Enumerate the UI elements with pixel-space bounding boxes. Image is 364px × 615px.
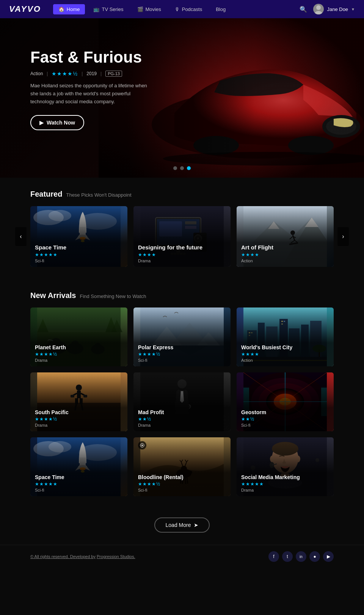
arrival-card-title-bloodline: Bloodline (Rental)	[138, 474, 226, 480]
hero-dot-2[interactable]	[180, 166, 184, 170]
featured-header: Featured These Picks Won't Disappoint	[30, 190, 334, 199]
featured-card-content-designing: Designing for the future ★★★★ Drama	[138, 244, 226, 263]
hero-section: Fast & Furious Action | ★★★★½ | 2019 | P…	[0, 18, 364, 178]
arrival-card-stars-geostorm: ★★½	[241, 416, 329, 422]
nav-logo[interactable]: VAYVO	[9, 4, 41, 14]
arrival-card-south-pacific[interactable]: South Pacific ★★★★½ Drama	[30, 372, 127, 431]
arrival-card-worlds-busiest-city[interactable]: World's Busiest City ★★★★ Action	[237, 308, 334, 366]
svg-point-0	[316, 5, 321, 10]
user-menu[interactable]: Jane Doe ▼	[313, 4, 355, 14]
arrival-card-stars-social-media-marketing: ★★★★★	[241, 481, 329, 487]
home-icon: 🏠	[58, 6, 64, 12]
search-icon[interactable]: 🔍	[300, 6, 307, 13]
movies-icon: 🎬	[137, 6, 143, 12]
arrival-card-stars-south-pacific: ★★★★½	[35, 416, 123, 422]
featured-card-title-art-of-flight: Art of Flight	[241, 244, 329, 251]
podcasts-icon: 🎙	[175, 6, 180, 12]
arrival-card-title-space-time-2: Space Time	[35, 474, 123, 480]
facebook-icon[interactable]: f	[268, 551, 279, 562]
arrival-card-mad-profit[interactable]: Mad Profit ★★½ Drama	[133, 372, 231, 431]
arrival-card-genre-mad-profit: Drama	[138, 423, 226, 427]
arrival-card-polar-express[interactable]: Polar Express ★★★★½ Sci-fi	[133, 308, 231, 366]
hero-year: 2019	[86, 71, 97, 76]
twitter-icon[interactable]: t	[282, 551, 293, 562]
arrival-card-stars-space-time-2: ★★★★★	[35, 481, 123, 487]
arrival-card-genre-social-media-marketing: Drama	[241, 488, 329, 492]
hero-dot-3[interactable]	[187, 166, 191, 170]
arrival-card-social-media-marketing[interactable]: Social Media Marketing ★★★★★ Drama	[237, 437, 334, 496]
arrival-card-space-time-2[interactable]: Space Time ★★★★★ Sci-fi	[30, 437, 127, 496]
footer-company[interactable]: Progression Studios.	[97, 554, 135, 559]
load-more-container: Load More ➤	[0, 508, 364, 545]
arrival-card-title-social-media-marketing: Social Media Marketing	[241, 474, 329, 480]
featured-card-art-of-flight[interactable]: Art of Flight ★★★★ Action	[237, 206, 334, 267]
new-arrivals-subtitle: Find Something New to Watch	[80, 293, 146, 299]
arrival-card-genre-geostorm: Sci-fi	[241, 423, 329, 427]
nav-tv-series[interactable]: 📺 TV Series	[88, 4, 129, 14]
featured-card-title-space-time: Space Time	[35, 244, 123, 251]
arrival-card-geostorm[interactable]: Geostorm ★★½ Sci-fi	[237, 372, 334, 431]
footer: © All rights reserved. Developed by Prog…	[0, 545, 364, 568]
hero-dots	[173, 166, 191, 170]
featured-card-genre-space-time: Sci-fi	[35, 259, 123, 263]
arrivals-grid: Planet Earth ★★★★½ Drama	[30, 308, 334, 496]
arrival-card-bloodline[interactable]: Bloodline (Rental) ★★★★½ Sci-fi	[133, 437, 231, 496]
arrival-card-title-polar-express: Polar Express	[138, 344, 226, 350]
instagram-icon[interactable]: in	[296, 551, 306, 562]
arrival-card-title-planet-earth: Planet Earth	[35, 344, 123, 350]
hero-dot-1[interactable]	[173, 166, 177, 170]
arrival-card-title-south-pacific: South Pacific	[35, 409, 123, 415]
youtube-icon[interactable]: ▶	[323, 551, 334, 562]
arrival-card-stars-mad-profit: ★★½	[138, 416, 226, 422]
nav-movies[interactable]: 🎬 Movies	[132, 4, 166, 14]
arrival-card-content-worlds-busiest-city: World's Busiest City ★★★★ Action	[241, 344, 329, 363]
featured-card-stars-space-time: ★★★★★	[35, 252, 123, 257]
nav-blog[interactable]: Blog	[210, 4, 231, 14]
new-arrivals-title: New Arrivals	[30, 291, 76, 300]
arrow-right-icon: ➤	[194, 522, 198, 528]
svg-marker-135	[142, 445, 144, 446]
tv-icon: 📺	[93, 6, 99, 12]
hero-title: Fast & Furious	[30, 49, 152, 66]
load-more-button[interactable]: Load More ➤	[154, 517, 210, 533]
arrival-card-content-planet-earth: Planet Earth ★★★★½ Drama	[35, 344, 123, 363]
arrival-card-title-mad-profit: Mad Profit	[138, 409, 226, 415]
nav-home[interactable]: 🏠 Home	[53, 4, 85, 14]
arrival-card-stars-polar-express: ★★★★½	[138, 352, 226, 357]
play-icon: ▶	[39, 120, 44, 126]
nav-podcasts[interactable]: 🎙 Podcasts	[169, 4, 207, 14]
featured-card-content-space-time: Space Time ★★★★★ Sci-fi	[35, 244, 123, 263]
rental-badge	[138, 441, 146, 449]
hero-meta: Action | ★★★★½ | 2019 | PG-13	[30, 71, 152, 77]
arrival-card-content-space-time-2: Space Time ★★★★★ Sci-fi	[35, 474, 123, 492]
arrival-card-genre-polar-express: Sci-fi	[138, 358, 226, 363]
snapchat-icon[interactable]: ●	[309, 551, 320, 562]
arrival-card-content-social-media-marketing: Social Media Marketing ★★★★★ Drama	[241, 474, 329, 492]
featured-card-stars-designing: ★★★★	[138, 252, 226, 257]
hero-description: Mae Holland seizes the opportunity of a …	[30, 82, 152, 106]
featured-card-stars-art-of-flight: ★★★★	[241, 252, 329, 257]
arrival-card-genre-south-pacific: Drama	[35, 423, 123, 427]
hero-content: Fast & Furious Action | ★★★★½ | 2019 | P…	[0, 18, 182, 130]
arrival-card-content-geostorm: Geostorm ★★½ Sci-fi	[241, 409, 329, 427]
navigation: VAYVO 🏠 Home 📺 TV Series 🎬 Movies 🎙 Podc…	[0, 0, 364, 18]
featured-card-designing[interactable]: Designing for the future ★★★★ Drama	[133, 206, 231, 267]
carousel-next-button[interactable]: ›	[337, 227, 349, 246]
featured-card-space-time[interactable]: Space Time ★★★★★ Sci-fi	[30, 206, 127, 267]
arrival-card-stars-planet-earth: ★★★★½	[35, 352, 123, 357]
footer-socials: f t in ● ▶	[268, 551, 334, 562]
nav-right: 🔍 Jane Doe ▼	[300, 4, 355, 14]
arrival-card-genre-bloodline: Sci-fi	[138, 488, 226, 492]
svg-point-1	[315, 11, 322, 14]
hero-rating-badge: PG-13	[105, 71, 122, 77]
featured-carousel: ‹	[30, 206, 334, 267]
arrival-card-content-mad-profit: Mad Profit ★★½ Drama	[138, 409, 226, 427]
carousel-prev-button[interactable]: ‹	[15, 227, 27, 246]
featured-card-genre-art-of-flight: Action	[241, 259, 329, 263]
featured-card-genre-designing: Drama	[138, 259, 226, 263]
featured-subtitle: These Picks Won't Disappoint	[66, 192, 131, 198]
watch-now-button[interactable]: ▶ Watch Now	[30, 115, 84, 130]
arrival-card-genre-worlds-busiest-city: Action	[241, 358, 329, 363]
arrival-card-stars-bloodline: ★★★★½	[138, 481, 226, 487]
arrival-card-planet-earth[interactable]: Planet Earth ★★★★½ Drama	[30, 308, 127, 366]
